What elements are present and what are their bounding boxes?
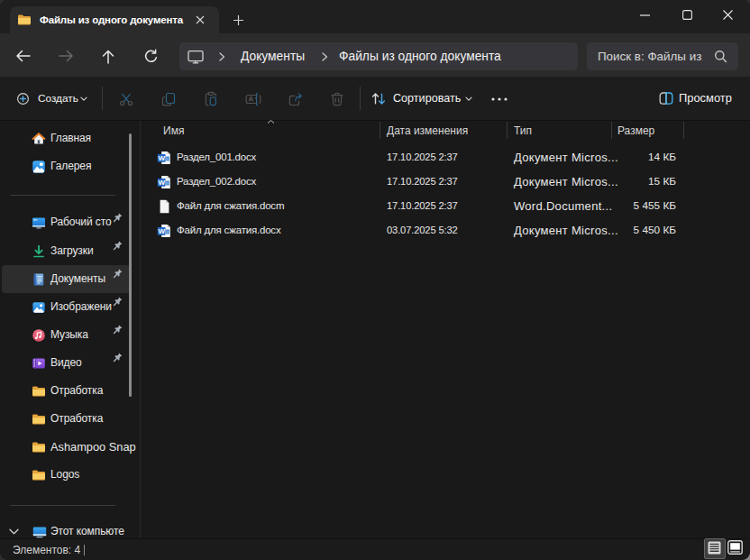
svg-text:W: W (158, 154, 165, 162)
svg-text:W: W (158, 179, 165, 187)
svg-text:W: W (158, 227, 165, 235)
